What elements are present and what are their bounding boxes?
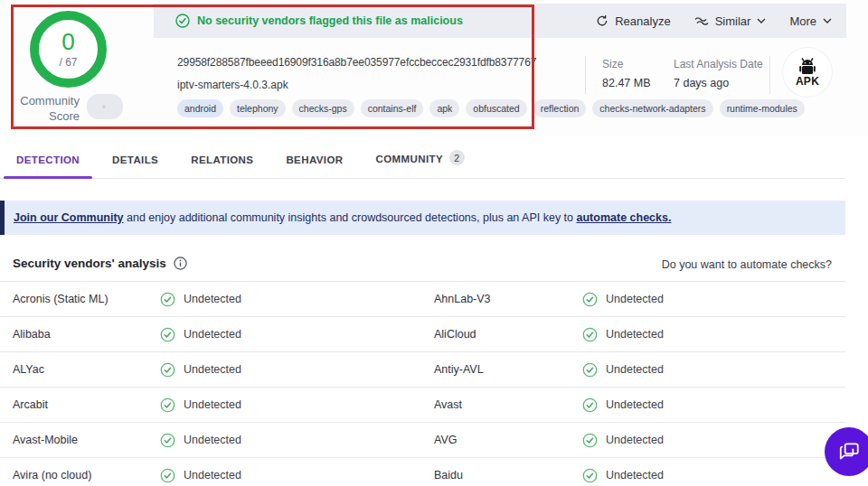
check-circle-icon — [160, 362, 175, 378]
check-circle-icon — [582, 397, 598, 413]
header-actions: Reanalyze Similar More — [596, 4, 832, 38]
vendor-name: AVG — [434, 423, 457, 457]
check-circle-icon — [160, 397, 175, 413]
tab-behavior[interactable]: BEHAVIOR — [286, 154, 343, 178]
vendor-name: Avast-Mobile — [13, 423, 78, 457]
vendor-name: Avast — [434, 388, 462, 422]
join-community-link[interactable]: Join our Community — [14, 211, 124, 224]
tag-reflection[interactable]: reflection — [533, 99, 587, 117]
report-tabbar: DETECTION DETAILS RELATIONS BEHAVIOR COM… — [0, 136, 845, 179]
vendor-status: Undetected — [160, 388, 241, 422]
community-score-label: Community Score — [16, 93, 80, 124]
automate-checks-link[interactable]: automate checks. — [577, 211, 672, 224]
verdict-message: No security vendors flagged this file as… — [197, 14, 463, 27]
chat-bubble-icon — [837, 440, 861, 463]
vendor-status: Undetected — [160, 352, 241, 387]
info-icon[interactable] — [174, 257, 187, 270]
check-circle-icon — [160, 468, 175, 483]
tab-relations[interactable]: RELATIONS — [191, 154, 253, 178]
vendor-name: ALYac — [13, 352, 44, 387]
similar-button[interactable]: Similar — [694, 14, 767, 28]
vendor-name: Arcabit — [13, 388, 48, 422]
table-row: Avira (no cloud) Undetected Baidu Undete… — [0, 457, 845, 486]
file-type-badge: APK — [783, 48, 832, 97]
last-analysis-label: Last Analysis Date — [674, 58, 763, 70]
size-label: Size — [602, 58, 651, 70]
tab-community[interactable]: COMMUNITY 2 — [375, 152, 465, 178]
vendor-status: Undetected — [160, 423, 241, 457]
tag-apk[interactable]: apk — [429, 99, 459, 117]
vendor-status: Undetected — [582, 388, 664, 422]
vendor-status: Undetected — [582, 423, 664, 457]
section-title: Security vendors' analysis — [13, 257, 187, 270]
tag-telephony[interactable]: telephony — [230, 99, 286, 117]
tag-android[interactable]: android — [177, 99, 223, 117]
tag-contains-elf[interactable]: contains-elf — [361, 99, 424, 117]
android-robot-icon — [796, 57, 819, 77]
chat-fab-button[interactable] — [825, 427, 868, 476]
file-type-label: APK — [796, 75, 819, 88]
vendor-status: Undetected — [160, 458, 241, 486]
community-count-badge: 2 — [449, 150, 465, 165]
vendor-status: Undetected — [582, 458, 664, 486]
check-circle-icon — [582, 433, 598, 448]
virustotal-file-report: 0 / 67 Community Score No security vendo… — [0, 0, 868, 486]
detections-total: / 67 — [59, 56, 77, 69]
vendor-name: AliCloud — [434, 317, 476, 351]
reanalyze-button[interactable]: Reanalyze — [596, 14, 670, 28]
vendor-name: Acronis (Static ML) — [13, 282, 108, 316]
meta-divider — [769, 56, 770, 94]
meta-divider — [585, 56, 586, 94]
similar-icon — [694, 16, 709, 26]
size-value: 82.47 MB — [602, 77, 651, 89]
vendor-status: Undetected — [160, 282, 241, 316]
vendor-name: Antiy-AVL — [434, 352, 484, 387]
file-sha256: 29958f288587fbeeed16909f316a8b7ee035977e… — [177, 56, 536, 69]
vendor-name: AhnLab-V3 — [434, 282, 491, 316]
check-circle-icon — [582, 362, 598, 378]
check-circle-icon — [175, 14, 190, 28]
verdict-banner: No security vendors flagged this file as… — [175, 14, 463, 28]
table-row: Alibaba Undetected AliCloud Undetected — [0, 316, 845, 351]
vendor-status: Undetected — [582, 317, 664, 351]
vendor-status: Undetected — [582, 282, 664, 316]
file-tags: android telephony checks-gps contains-el… — [177, 99, 805, 117]
check-circle-icon — [582, 327, 598, 342]
tag-checks-network-adapters[interactable]: checks-network-adapters — [592, 99, 712, 117]
table-row: Arcabit Undetected Avast Undetected — [0, 387, 845, 422]
check-circle-icon — [582, 468, 598, 483]
check-circle-icon — [582, 292, 598, 307]
vendor-name: Avira (no cloud) — [13, 458, 91, 486]
table-row: Acronis (Static ML) Undetected AhnLab-V3… — [0, 281, 845, 316]
more-button[interactable]: More — [789, 14, 832, 28]
table-row: Avast-Mobile Undetected AVG Undetected — [0, 422, 845, 457]
last-analysis-block: Last Analysis Date 7 days ago — [674, 58, 763, 89]
check-circle-icon — [160, 433, 175, 448]
last-analysis-value: 7 days ago — [674, 77, 763, 89]
check-circle-icon — [160, 292, 175, 307]
vendor-analysis-table: Acronis (Static ML) Undetected AhnLab-V3… — [0, 281, 845, 486]
vendor-name: Alibaba — [13, 317, 51, 351]
file-name: iptv-smarters-4.0.3.apk — [177, 79, 288, 91]
tab-detection[interactable]: DETECTION — [16, 154, 80, 178]
vendor-name: Baidu — [434, 458, 463, 486]
detection-score-circle: 0 / 67 — [30, 11, 107, 88]
report-header: 0 / 67 Community Score No security vendo… — [0, 0, 868, 136]
check-circle-icon — [160, 327, 175, 342]
banner-text: and enjoy additional community insights … — [124, 211, 577, 224]
automate-checks-prompt[interactable]: Do you want to automate checks? — [662, 258, 832, 271]
tag-runtime-modules[interactable]: runtime-modules — [720, 99, 805, 117]
top-strip: No security vendors flagged this file as… — [154, 4, 846, 38]
tag-obfuscated[interactable]: obfuscated — [466, 99, 526, 117]
chevron-down-icon — [823, 18, 832, 23]
tag-checks-gps[interactable]: checks-gps — [292, 99, 354, 117]
table-row: ALYac Undetected Antiy-AVL Undetected — [0, 351, 845, 387]
join-community-banner: Join our Community and enjoy additional … — [0, 201, 845, 235]
file-size-block: Size 82.47 MB — [602, 58, 651, 89]
reanalyze-icon — [596, 14, 609, 27]
vendor-status: Undetected — [160, 317, 241, 351]
detections-count: 0 — [61, 30, 74, 53]
tab-details[interactable]: DETAILS — [112, 154, 158, 178]
community-vote-widget[interactable] — [87, 94, 123, 119]
vendor-status: Undetected — [582, 352, 664, 387]
